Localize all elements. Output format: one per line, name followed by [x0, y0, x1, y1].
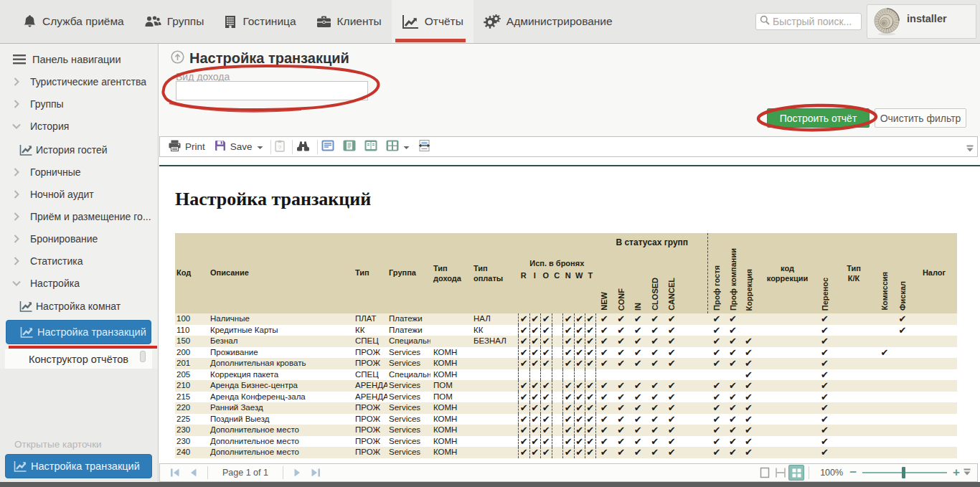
zoom-in-button[interactable]: + — [953, 465, 960, 480]
prev-page-button[interactable] — [184, 464, 203, 481]
cell-komissia — [876, 313, 893, 325]
income-type-input[interactable] — [176, 81, 368, 100]
page-width-button[interactable] — [418, 140, 431, 153]
cell-bron-O: ✔ — [540, 325, 552, 336]
cell-bron-W: ✔ — [574, 347, 585, 359]
table-row-225[interactable]: 225Поздний ВыездПРОЖServicesКОМН✔✔✔✔✔✔✔✔… — [175, 414, 957, 425]
zoom-slider[interactable] — [862, 465, 947, 480]
chevron-down-icon — [12, 280, 21, 286]
table-row-100[interactable]: 100НаличныеПЛАТПлатежиНАЛ✔✔✔✔✔✔✔✔✔✔✔✔✔✔✔ — [175, 313, 957, 325]
cell-code: 200 — [175, 347, 207, 359]
user-account-box[interactable]: installer — [867, 4, 976, 39]
top-menu-users[interactable]: Группы — [134, 0, 215, 43]
view-two-pages-button[interactable] — [364, 140, 377, 153]
sidebar-item-10[interactable]: Настройка комнат — [0, 295, 158, 317]
sidebar-scrollbar-thumb[interactable] — [140, 351, 146, 362]
print-button[interactable]: Print — [169, 140, 205, 153]
cell-status-CANCEL: ✔ — [664, 325, 681, 336]
table-row-150[interactable]: 150БезналСПЕЦСпециальнБЕЗНАЛ✔✔✔✔✔✔✔✔✔✔✔✔… — [175, 336, 957, 347]
table-row-201[interactable]: 201Дополнительная кроватьПРОЖServicesКОМ… — [175, 358, 957, 369]
cell-bron-W: ✔ — [574, 313, 585, 325]
report-chart-icon — [14, 460, 27, 472]
top-menu-bell[interactable]: Служба приёма — [13, 0, 134, 43]
cell-fiskal — [893, 425, 912, 436]
top-menu-chart[interactable]: Отчёты — [392, 0, 473, 43]
cell-prof-guest: ✔ — [708, 392, 725, 403]
table-row-110[interactable]: 110Кредитные КартыККПлатежиКК✔✔✔✔✔✔✔✔✔✔✔… — [175, 325, 957, 336]
cell-group: Специальн — [387, 369, 430, 381]
cell-bron-C — [552, 447, 563, 458]
sidebar-item-label: Ночной аудит — [30, 189, 94, 200]
view-multi-page-button[interactable] — [386, 140, 410, 153]
table-row-210[interactable]: 210Аренда Бизнес-центраАРЕНДАServicesПОМ… — [175, 380, 957, 392]
sidebar-item-0[interactable]: Туристические агентства — [0, 71, 158, 93]
toolbar-collapse-icon[interactable] — [966, 143, 974, 156]
first-page-button[interactable] — [166, 464, 184, 481]
cell-type: ПРОЖ — [354, 414, 387, 425]
cell-spacer — [680, 325, 708, 336]
table-row-205[interactable]: 205Коррекция пакетаСПЕЦСпециальнКОМН✔✔ — [175, 369, 957, 381]
statusbar-collapse-icon[interactable] — [963, 466, 971, 479]
clear-filter-button[interactable]: Очистить фильтр — [875, 108, 966, 128]
save-button[interactable]: Save — [215, 140, 263, 153]
sidebar-item-5[interactable]: Ночной аудит — [0, 184, 158, 205]
sidebar-item-4[interactable]: Горничные — [0, 161, 158, 183]
cell-bron-I: ✔ — [529, 347, 541, 359]
sidebar-item-6[interactable]: Приём и размещение го... — [0, 206, 158, 227]
top-menu-label: Отчёты — [425, 15, 463, 28]
sidebar-item-7[interactable]: Бронирование — [0, 228, 158, 250]
sidebar-item-1[interactable]: Группы — [0, 93, 158, 115]
cell-status-IN: ✔ — [630, 325, 647, 336]
quick-search-box[interactable] — [755, 13, 862, 30]
multi-page-view-button[interactable] — [788, 465, 804, 481]
search-input[interactable] — [773, 16, 857, 27]
cell-income: КОМН — [430, 358, 471, 369]
cell-bron-N: ✔ — [562, 402, 574, 414]
search-icon — [760, 15, 770, 28]
last-page-button[interactable] — [306, 464, 325, 481]
cell-perenos: ✔ — [818, 380, 831, 392]
zoom-slider-thumb[interactable] — [902, 467, 905, 478]
collapse-up-circle-icon[interactable] — [171, 50, 184, 67]
top-menu-briefcase[interactable]: Клиенты — [306, 0, 392, 43]
sidebar-item-9[interactable]: Настройка — [0, 273, 158, 294]
cell-perenos: ✔ — [818, 369, 831, 381]
cell-bron-R: ✔ — [518, 336, 529, 347]
top-menu-building[interactable]: Гостиница — [214, 0, 306, 43]
active-tab-underline — [395, 39, 466, 42]
table-row-200[interactable]: 200ПроживаниеПРОЖServicesКОМН✔✔✔✔✔✔✔✔✔✔✔… — [175, 347, 957, 359]
open-card-nastroyka-tranzakciy[interactable]: Настройка транзакций — [5, 454, 152, 478]
find-button[interactable] — [296, 141, 310, 153]
view-single-page-button[interactable] — [343, 140, 356, 153]
top-menu-gears[interactable]: Администрирование — [473, 0, 623, 43]
sidebar-item-label: Статистика — [30, 255, 83, 267]
building-icon — [224, 15, 237, 29]
sidebar-item-nastroyka-tranzakciy-selected[interactable]: Настройка транзакций — [6, 320, 151, 344]
sidebar-item-label: Настройка комнат — [36, 301, 121, 312]
fit-width-view-button[interactable] — [773, 465, 788, 481]
next-page-button[interactable] — [288, 464, 306, 481]
table-row-240[interactable]: 240Дополнительное местоПРОЖServicesКОМН✔… — [175, 447, 957, 458]
zoom-out-button[interactable]: − — [849, 465, 857, 480]
build-report-button[interactable]: Построить отчёт — [767, 108, 870, 128]
cell-bron-R: ✔ — [518, 358, 529, 369]
table-row-215[interactable]: 215Аренда Конференц-залаАРЕНДАServicesПО… — [175, 392, 957, 403]
table-row-230[interactable]: 230Дополнительное местоПРОЖServicesКОМН✔… — [175, 425, 957, 436]
table-row-220[interactable]: 220Ранний ЗаездПРОЖServicesКОМН✔✔✔✔✔✔✔✔✔… — [175, 402, 957, 414]
sidebar-item-8[interactable]: Статистика — [0, 250, 158, 272]
sidebar-panel-header[interactable]: Панель навигации — [0, 49, 158, 70]
document-properties-button[interactable]: ? — [275, 140, 285, 154]
sidebar-item-3[interactable]: История гостей — [0, 139, 158, 161]
single-page-view-button[interactable] — [757, 465, 773, 481]
view-normal-button[interactable] — [321, 140, 334, 153]
sidebar-item-konstruktor-otchetov[interactable]: Конструктор отчётов — [5, 349, 152, 369]
cell-bron-W: ✔ — [574, 402, 585, 414]
cell-income: КОМН — [430, 369, 471, 381]
sidebar-item-2[interactable]: История — [0, 115, 158, 137]
cell-bron-W — [574, 369, 585, 381]
cell-corr-code — [757, 380, 818, 392]
cell-bron-O: ✔ — [540, 436, 552, 448]
cell-nalog — [912, 325, 956, 336]
table-row-230[interactable]: 230Дополнительное местоПРОЖServicesКОМН✔… — [175, 436, 957, 448]
col-group-bron-label: Исп. в бронях — [518, 259, 596, 268]
